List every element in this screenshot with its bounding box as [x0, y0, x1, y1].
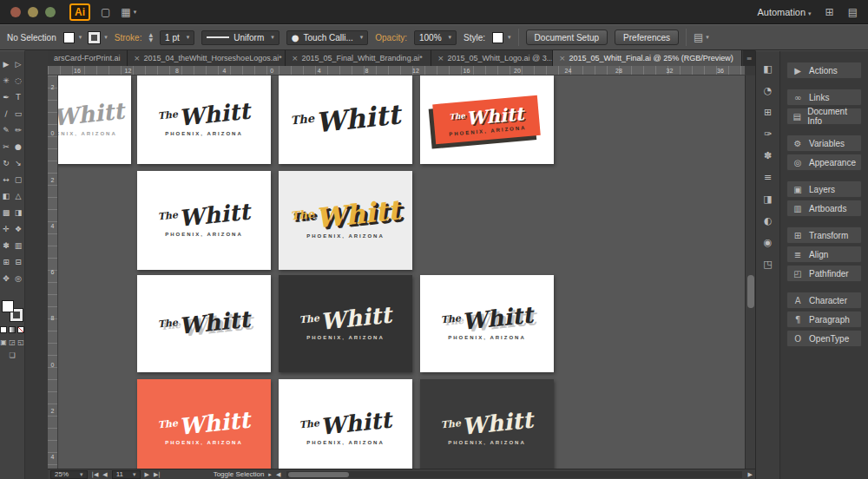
color-guide-panel-icon[interactable]: ◔: [764, 85, 773, 96]
mesh-tool[interactable]: ▩: [0, 204, 12, 220]
screen-mode-button[interactable]: ❏: [0, 351, 24, 359]
pencil-tool[interactable]: ✏: [12, 121, 24, 138]
stroke-color-control[interactable]: ▾: [89, 32, 108, 43]
canvas[interactable]: TheWhitt PHOENIX, ARIZONA TheWhitt PHOEN…: [58, 75, 745, 469]
zoom-window-button[interactable]: [45, 7, 56, 17]
pen-tool[interactable]: ✒: [0, 89, 12, 105]
panel-button-document-info[interactable]: ▤ Document Info: [786, 108, 862, 125]
magic-wand-tool[interactable]: ✳: [0, 72, 12, 89]
stroke-swatch[interactable]: [89, 32, 100, 43]
perspective-grid-tool[interactable]: △: [12, 187, 24, 204]
preferences-button[interactable]: Preferences: [615, 30, 679, 45]
vertical-ruler[interactable]: 20 24 68 02 4: [48, 75, 58, 469]
width-profile-select[interactable]: Uniform ▾: [201, 30, 279, 45]
artboard[interactable]: TheWhitt PHOENIX, ARIZONA: [279, 171, 412, 270]
tab-document-3[interactable]: × 2015_05_Final_Whitt_Branding.ai*: [286, 50, 431, 66]
horizontal-ruler[interactable]: 1612 84 04 812 1620 2428 3236: [48, 66, 745, 75]
line-tool[interactable]: ∕: [0, 105, 12, 121]
tab-document-2[interactable]: × 2015_04_theWhitt_HorseshoeLogos.ai*: [128, 50, 286, 66]
column-graph-tool[interactable]: ▥: [12, 237, 24, 253]
tab-bar-menu-icon[interactable]: ≡: [743, 50, 755, 66]
draw-behind-icon[interactable]: ◲: [9, 338, 16, 346]
symbols-panel-icon[interactable]: ✽: [764, 150, 772, 161]
vertical-scrollbar-thumb[interactable]: [747, 275, 754, 308]
vertical-scrollbar[interactable]: [745, 75, 755, 469]
close-tab-icon[interactable]: ×: [559, 54, 566, 62]
blend-tool[interactable]: ❖: [12, 220, 24, 237]
last-artboard-button[interactable]: ▶|: [154, 471, 161, 478]
panel-button-transform[interactable]: ⊞ Transform: [786, 226, 862, 244]
swatches-panel-icon[interactable]: ⊞: [764, 107, 772, 118]
none-button[interactable]: [17, 326, 24, 333]
previous-artboard-button[interactable]: ◀: [102, 471, 107, 478]
fill-swatch[interactable]: [63, 32, 75, 43]
panel-button-actions[interactable]: ▶ Actions: [786, 62, 862, 79]
free-transform-tool[interactable]: ▢: [12, 171, 24, 187]
close-window-button[interactable]: [10, 7, 21, 17]
align-options-control[interactable]: ▤ ▾: [694, 31, 709, 43]
tab-document-4[interactable]: × 2015_05_Whitt_Logo.ai @ 3...: [431, 50, 553, 66]
scroll-right-button[interactable]: ▶: [748, 471, 753, 478]
gradient-tool[interactable]: ◨: [12, 204, 24, 220]
close-tab-icon[interactable]: ×: [437, 54, 444, 62]
zoom-tool[interactable]: ◎: [12, 270, 24, 286]
panel-button-links[interactable]: ∞ Links: [786, 89, 862, 106]
stroke-link[interactable]: Stroke:: [115, 33, 142, 43]
horizontal-scrollbar[interactable]: [286, 471, 741, 478]
tab-document-active[interactable]: × 2015_05_Whitt_Final.ai @ 25% (RGB/Prev…: [553, 50, 742, 66]
draw-inside-icon[interactable]: ◱: [17, 338, 24, 346]
artboard[interactable]: TheWhitt PHOENIX, ARIZONA: [137, 75, 271, 164]
artboard[interactable]: TheWhitt PHOENIX, ARIZONA: [420, 275, 554, 372]
fill-swatch[interactable]: [2, 300, 14, 312]
eyedropper-tool[interactable]: ✛: [0, 220, 12, 237]
artboard[interactable]: TheWhitt: [137, 275, 271, 372]
navigator-panel-icon[interactable]: ◳: [763, 259, 772, 270]
selection-tool[interactable]: ▶: [0, 56, 12, 72]
artboard[interactable]: TheWhitt PHOENIX, ARIZONA: [420, 379, 554, 469]
stack-icon[interactable]: ▤: [848, 6, 858, 18]
gradient-button[interactable]: [9, 326, 16, 333]
color-panel-icon[interactable]: ◧: [763, 63, 772, 75]
type-tool[interactable]: T: [12, 89, 24, 105]
panel-button-appearance[interactable]: ◎ Appearance: [786, 154, 862, 171]
panel-button-align[interactable]: ≣ Align: [786, 246, 862, 263]
paintbrush-tool[interactable]: ✎: [0, 121, 12, 138]
status-menu-arrow-icon[interactable]: ▸: [268, 471, 272, 478]
stroke-weight-stepper[interactable]: ▲▼: [148, 32, 153, 43]
slice-tool[interactable]: ⊟: [12, 253, 24, 270]
width-tool[interactable]: ↔: [0, 171, 12, 187]
close-tab-icon[interactable]: ×: [292, 54, 299, 62]
artboard[interactable]: TheWhitt PHOENIX, ARIZONA: [137, 379, 271, 469]
panel-button-pathfinder[interactable]: ◰ Pathfinder: [786, 265, 862, 282]
artboard-navigation-select[interactable]: 11 ▾: [112, 470, 141, 479]
direct-selection-tool[interactable]: ▷: [12, 56, 24, 72]
draw-normal-icon[interactable]: ▣: [0, 338, 7, 346]
document-icon[interactable]: ▢: [101, 6, 110, 18]
scroll-left-button[interactable]: ◀: [276, 471, 280, 478]
tab-document-1[interactable]: arsCard-ForPrint.ai: [48, 50, 128, 66]
lasso-tool[interactable]: ◌: [12, 72, 24, 89]
blob-brush-tool[interactable]: ●: [12, 138, 24, 154]
next-artboard-button[interactable]: ▶: [145, 471, 149, 478]
artboard[interactable]: TheWhitt PHOENIX, ARIZONA: [279, 275, 412, 372]
opacity-link[interactable]: Opacity:: [375, 33, 407, 43]
stroke-weight-select[interactable]: 1 pt ▾: [160, 30, 194, 45]
rectangle-tool[interactable]: ▭: [12, 105, 24, 121]
bridge-icon[interactable]: ⊞: [825, 6, 834, 18]
hand-tool[interactable]: ✥: [0, 270, 12, 286]
gradient-panel-icon[interactable]: ◨: [763, 194, 772, 205]
close-tab-icon[interactable]: ×: [134, 54, 141, 62]
artboard[interactable]: TheWhitt PHOENIX, ARIZONA: [420, 75, 554, 164]
artboard-tool[interactable]: ⊞: [0, 253, 12, 270]
opacity-select[interactable]: 100% ▾: [414, 30, 457, 45]
appearance-panel-icon[interactable]: ◉: [764, 237, 773, 248]
rotate-tool[interactable]: ↻: [0, 154, 12, 171]
symbol-sprayer-tool[interactable]: ✽: [0, 237, 12, 253]
panel-button-opentype[interactable]: O OpenType: [786, 330, 862, 347]
artboard[interactable]: TheWhitt PHOENIX, ARIZONA: [137, 171, 271, 270]
first-artboard-button[interactable]: |◀: [92, 471, 99, 478]
panel-button-layers[interactable]: ▣ Layers: [786, 180, 862, 198]
panel-button-artboards[interactable]: ▥ Artboards: [786, 200, 862, 217]
artboard-partial[interactable]: TheWhitt PHOENIX, ARIZONA: [58, 75, 131, 164]
transparency-panel-icon[interactable]: ◐: [764, 215, 773, 226]
